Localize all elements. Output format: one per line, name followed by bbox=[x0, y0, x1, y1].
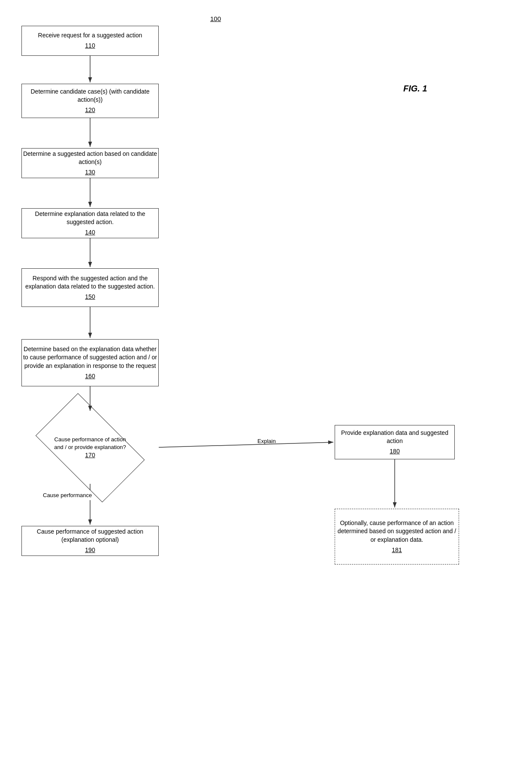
box-181: Optionally, cause performance of an acti… bbox=[335, 509, 459, 565]
cause-performance-label: Cause performance bbox=[43, 492, 92, 498]
box-130: Determine a suggested action based on ca… bbox=[21, 148, 159, 178]
diagram-title: 100 bbox=[210, 15, 221, 22]
svg-line-10 bbox=[159, 442, 333, 447]
box-120: Determine candidate case(s) (with candid… bbox=[21, 84, 159, 118]
box-140: Determine explanation data related to th… bbox=[21, 208, 159, 238]
box-110: Receive request for a suggested action 1… bbox=[21, 26, 159, 56]
explain-label: Explain bbox=[257, 438, 276, 444]
diamond-170: Cause performance of action and / or pro… bbox=[21, 412, 159, 483]
box-160: Determine based on the explanation data … bbox=[21, 339, 159, 386]
box-190: Cause performance of suggested action (e… bbox=[21, 526, 159, 556]
fig-label: FIG. 1 bbox=[403, 84, 427, 94]
box-150: Respond with the suggested action and th… bbox=[21, 268, 159, 307]
box-180: Provide explanation data and suggested a… bbox=[335, 425, 455, 459]
